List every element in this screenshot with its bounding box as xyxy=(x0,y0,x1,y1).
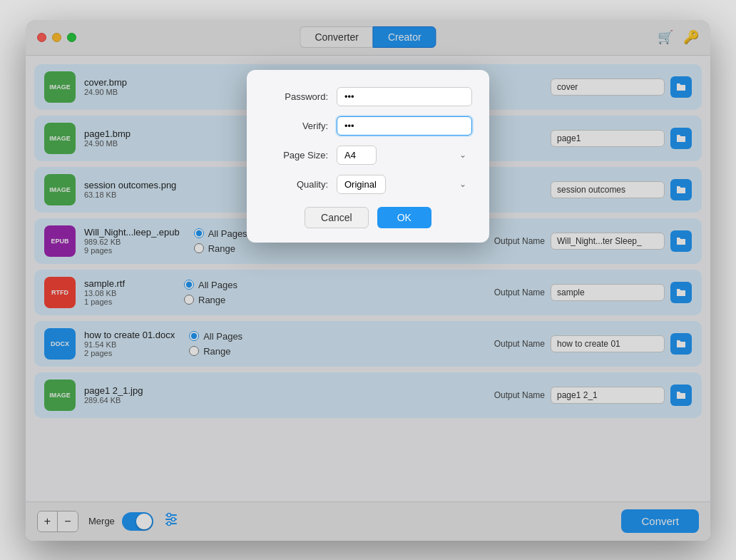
page-size-select[interactable]: A4 A3 Letter Legal xyxy=(337,146,377,165)
verify-row: Verify: xyxy=(264,116,472,136)
password-input[interactable] xyxy=(337,87,472,106)
password-row: Password: xyxy=(264,87,472,106)
quality-select-wrapper: Original High Medium Low xyxy=(337,175,472,194)
verify-input[interactable] xyxy=(337,116,472,136)
page-size-row: Page Size: A4 A3 Letter Legal xyxy=(264,146,472,165)
cancel-button[interactable]: Cancel xyxy=(305,207,369,228)
quality-label: Quality: xyxy=(264,179,328,190)
main-window: Converter Creator 🛒 🔑 IMAGE cover.bmp 24… xyxy=(26,20,710,541)
ok-button[interactable]: OK xyxy=(377,207,431,228)
modal-overlay: Password: Verify: Page Size: A4 A3 Lette… xyxy=(26,20,710,541)
password-field-label: Password: xyxy=(264,91,328,102)
page-size-select-wrapper: A4 A3 Letter Legal xyxy=(337,146,472,165)
verify-field-label: Verify: xyxy=(264,121,328,131)
password-dialog: Password: Verify: Page Size: A4 A3 Lette… xyxy=(247,70,489,243)
quality-row: Quality: Original High Medium Low xyxy=(264,175,472,194)
quality-select[interactable]: Original High Medium Low xyxy=(337,175,386,194)
page-size-label: Page Size: xyxy=(264,150,328,161)
modal-buttons: Cancel OK xyxy=(264,207,472,228)
